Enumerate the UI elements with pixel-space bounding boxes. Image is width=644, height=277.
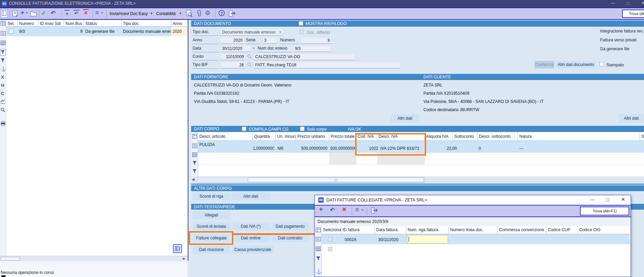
- list-view-icon[interactable]: [1, 31, 5, 36]
- dense-list-icon[interactable]: [1, 41, 5, 45]
- maximize-icon[interactable]: □: [623, 1, 633, 6]
- corpo-hscroll-left-icon[interactable]: ◀: [192, 177, 195, 181]
- col-sottoconto[interactable]: Sottoconto: [453, 133, 478, 141]
- fornitore-altri-dati-button[interactable]: Altri dati: [391, 114, 419, 122]
- dialog-filter-icon[interactable]: [316, 256, 321, 261]
- filter-active-icon[interactable]: [0, 49, 6, 56]
- dialog-grid-icon[interactable]: [316, 228, 321, 232]
- floating-grid-button[interactable]: [173, 244, 182, 253]
- dialog-anchor-icon[interactable]: ⚓: [316, 269, 321, 274]
- num-riga-fattura-input[interactable]: [407, 235, 448, 243]
- hscroll-thumb[interactable]: [1, 257, 20, 261]
- letter-x-icon[interactable]: X: [1, 75, 4, 80]
- menu-dropdown-icon[interactable]: ▾: [101, 11, 103, 14]
- col-descr-articolo[interactable]: Descr. articolo: [198, 133, 253, 141]
- letter-c-icon[interactable]: C: [1, 91, 4, 96]
- dcol-id-fattura[interactable]: ID fattura: [341, 226, 375, 234]
- letter-h-icon[interactable]: H: [1, 83, 4, 88]
- help-button[interactable]: ?: [219, 10, 225, 16]
- altri-dati-documento-button[interactable]: Altri dati documento: [556, 61, 596, 68]
- corpo-hscrollbar[interactable]: [197, 177, 425, 183]
- col-numero[interactable]: Numero: [18, 20, 38, 27]
- confirm-button[interactable]: ✓: [41, 10, 46, 17]
- menu-invia-ricevi[interactable]: Invia/ricevi Doc Easy: [110, 11, 148, 16]
- col-descr-sottoconto[interactable]: Descr. sottoconto: [478, 133, 518, 141]
- undo-button[interactable]: ↶: [51, 10, 55, 17]
- grid-view-icon[interactable]: [1, 21, 5, 26]
- attachments-button[interactable]: [196, 10, 202, 17]
- menu-button[interactable]: ≡: [95, 9, 99, 16]
- printer-icon[interactable]: [0, 121, 6, 126]
- dialog-menu-button[interactable]: ≡: [355, 206, 359, 213]
- allegati-button[interactable]: Allegati: [193, 211, 230, 219]
- solo-corpo-checkbox[interactable]: [300, 127, 305, 131]
- table-row[interactable]: 9/3 9 Da generare file Documento manuale…: [6, 27, 188, 36]
- num-doc-esteso-field[interactable]: 9/3: [293, 45, 332, 52]
- settings-button[interactable]: ⚙: [205, 9, 210, 17]
- corpo-filter-icon[interactable]: [192, 161, 197, 166]
- serie-field[interactable]: 3: [262, 37, 277, 44]
- col-anno[interactable]: Anno: [171, 20, 188, 27]
- col-prezzo-unitario[interactable]: Prezzo unitario: [296, 133, 329, 141]
- chart-icon[interactable]: [0, 99, 5, 104]
- dialog-close-icon[interactable]: ×: [618, 196, 628, 203]
- dati-contratto-button[interactable]: Dati contratto: [271, 234, 309, 242]
- conto-field[interactable]: 11010009: [220, 53, 246, 60]
- add-button[interactable]: +: [21, 9, 24, 16]
- col-tipo-doc[interactable]: Tipo doc.: [122, 20, 171, 27]
- col-status[interactable]: Status: [84, 20, 122, 27]
- dcol-commessa[interactable]: Commessa convenzione: [498, 226, 546, 234]
- tipo-bf-descr-field[interactable]: FATT. Rev.charg TD16: [253, 62, 401, 68]
- tipo-bf-field[interactable]: 26: [220, 62, 246, 68]
- filter-check-icon[interactable]: [0, 58, 5, 63]
- dcol-codice-cig[interactable]: Codice CIG: [578, 226, 630, 234]
- dati-ordine-button[interactable]: Dati ordine: [232, 234, 270, 242]
- minimize-icon[interactable]: —: [608, 1, 618, 5]
- conto-descr-field[interactable]: CALCESTRUZZI VA-DO: [253, 53, 356, 60]
- row-delete-button[interactable]: ×: [83, 9, 89, 16]
- close-icon[interactable]: ×: [638, 0, 644, 6]
- tipo-doc-select[interactable]: Documento manuale emesso ▾: [220, 29, 283, 36]
- numero-field[interactable]: 9: [301, 37, 332, 44]
- dcol-num-riga[interactable]: Num. riga fattura: [406, 226, 449, 234]
- col-aliquota-iva[interactable]: Aliquota IVA: [425, 133, 453, 141]
- dcol-seleziona[interactable]: Seleziona: [322, 226, 341, 234]
- dialog-minimize-icon[interactable]: —: [587, 197, 597, 202]
- anno-field[interactable]: 2020: [220, 37, 244, 44]
- row-undo-button[interactable]: ↶: [73, 10, 79, 16]
- dialog-menu-dropdown-icon[interactable]: ▾: [362, 208, 363, 212]
- row-add-button[interactable]: +: [64, 10, 70, 16]
- mostra-riepilogo-checkbox[interactable]: [299, 21, 303, 26]
- altri-dati-corpo-button[interactable]: Altri dati: [232, 192, 270, 200]
- dialog-undo-button[interactable]: ↶: [330, 207, 335, 214]
- col-quantita[interactable]: Quantità: [253, 133, 276, 141]
- col-id-invio-sdi[interactable]: ID invio SdI: [38, 20, 64, 27]
- corpo-list-icon[interactable]: [192, 144, 197, 148]
- find-box[interactable]: Trova (Alt+F1): [622, 10, 644, 18]
- exit-button[interactable]: [228, 10, 236, 17]
- col-prezzo-totale[interactable]: Prezzo totale: [329, 133, 356, 141]
- anchor-icon[interactable]: ⚓: [1, 66, 6, 71]
- dialog-find-box[interactable]: Trova (Alt+F1): [580, 207, 629, 215]
- open-folder-button[interactable]: [30, 11, 37, 16]
- row-select-checkbox[interactable]: [9, 29, 13, 34]
- dialog-exit-button[interactable]: [370, 207, 378, 214]
- dcol-numero-linea[interactable]: Numero linea doc.: [449, 226, 498, 234]
- add-dropdown-icon[interactable]: ▾: [26, 11, 28, 14]
- menu-invia-dropdown-icon[interactable]: ▾: [151, 12, 152, 15]
- new-document-button[interactable]: +: [12, 10, 18, 17]
- menu-contabilita-dropdown-icon[interactable]: ▾: [179, 12, 181, 15]
- search-document-button[interactable]: [186, 10, 193, 17]
- search-icon[interactable]: [0, 107, 5, 113]
- panel-divider[interactable]: [188, 20, 188, 261]
- dialog-maximize-icon[interactable]: □: [603, 197, 613, 202]
- dialog-dense-list-icon[interactable]: [316, 247, 321, 251]
- hscroll-right-icon[interactable]: ▶: [183, 257, 185, 260]
- tipo-doc-dropdown-icon[interactable]: ▾: [279, 29, 281, 35]
- dati-pagamento-button[interactable]: Dati pagamento: [271, 222, 309, 230]
- col-natura[interactable]: Natura: [518, 133, 640, 141]
- col-un-misura[interactable]: Un. misura: [276, 133, 296, 141]
- dialog-row[interactable]: 0002A 30/11/2020: [322, 234, 630, 244]
- dialog-row2-checkbox[interactable]: [328, 247, 332, 251]
- dialog-delete-button[interactable]: ×: [342, 206, 346, 213]
